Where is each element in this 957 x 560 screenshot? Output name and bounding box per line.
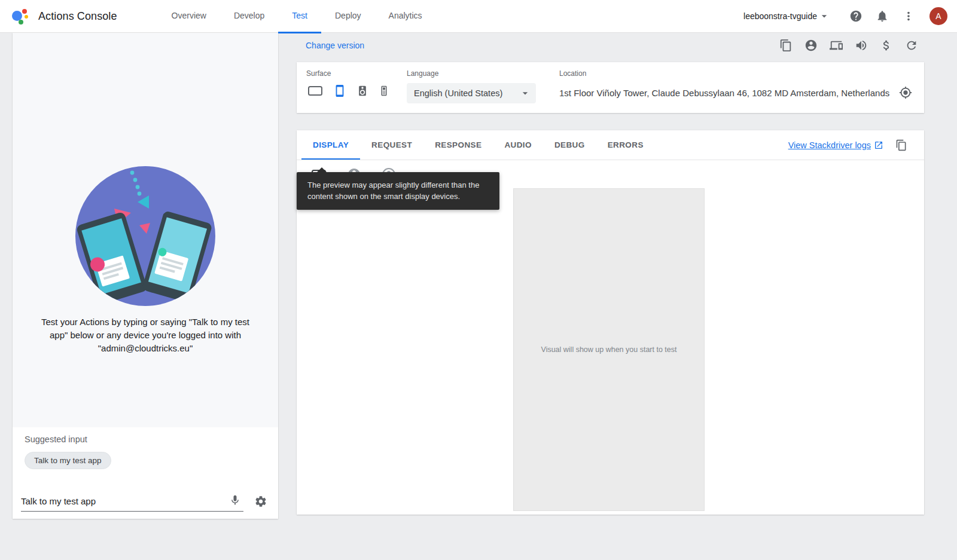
volume-button[interactable] (851, 35, 871, 56)
location-column: Location 1st Floor Viñoly Tower, Claude … (559, 69, 915, 106)
refresh-button[interactable] (901, 35, 922, 56)
nav-overview[interactable]: Overview (158, 0, 220, 33)
help-button[interactable] (846, 6, 866, 26)
tooltip-arrow (317, 167, 327, 172)
nav-test[interactable]: Test (278, 0, 321, 33)
volume-icon (855, 39, 868, 52)
simulator-input-underline (21, 492, 243, 512)
suggested-input-label: Suggested input (25, 434, 87, 444)
surface-column: Surface (306, 69, 407, 106)
speaker-icon (356, 85, 368, 97)
stackdriver-logs-link[interactable]: View Stackdriver logs (788, 140, 883, 150)
devices-icon (830, 39, 843, 52)
smartphone-icon (333, 84, 346, 97)
language-label: Language (407, 69, 559, 78)
more-menu-button[interactable] (898, 6, 919, 26)
mic-icon (229, 494, 241, 506)
surface-feature-phone-button[interactable] (377, 84, 391, 98)
preview-tooltip: The preview may appear slightly differen… (297, 172, 499, 210)
chevron-down-icon (818, 10, 830, 22)
tab-request[interactable]: REQUEST (360, 130, 423, 160)
account-icon (804, 39, 818, 52)
user-avatar[interactable]: A (929, 7, 947, 25)
set-location-button[interactable] (898, 85, 913, 100)
location-value[interactable]: 1st Floor Viñoly Tower, Claude Debussyla… (559, 83, 915, 98)
mic-button[interactable] (227, 492, 243, 509)
phones-illustration (75, 166, 216, 307)
my-location-icon (899, 86, 912, 99)
notifications-icon (876, 10, 889, 23)
location-label: Location (559, 69, 915, 78)
simulator-input[interactable] (21, 494, 227, 509)
surface-settings-card: Surface (297, 62, 924, 113)
output-tabs: DISPLAY REQUEST RESPONSE AUDIO DEBUG ERR… (297, 130, 924, 160)
change-version-link[interactable]: Change version (306, 41, 364, 50)
tab-audio[interactable]: AUDIO (493, 130, 543, 160)
tab-debug[interactable]: DEBUG (543, 130, 596, 160)
surface-speaker-button[interactable] (355, 84, 370, 98)
account-settings-button[interactable] (801, 35, 821, 56)
tab-display[interactable]: DISPLAY (301, 130, 360, 160)
nav-analytics[interactable]: Analytics (375, 0, 436, 33)
tab-row-right: View Stackdriver logs (788, 130, 924, 160)
surface-label: Surface (306, 69, 407, 78)
main-nav: Overview Develop Test Deploy Analytics (158, 0, 436, 33)
simulator-intro-area: Test your Actions by typing or saying "T… (13, 33, 278, 427)
billing-button[interactable] (876, 35, 897, 56)
devices-button[interactable] (826, 35, 846, 56)
kebab-menu-icon (902, 10, 915, 23)
output-card: DISPLAY REQUEST RESPONSE AUDIO DEBUG ERR… (297, 130, 924, 515)
visual-preview-area: Visual will show up when you start to te… (513, 188, 705, 511)
simulator-settings-button[interactable] (252, 492, 270, 510)
right-toolbar: Change version (297, 33, 924, 62)
surface-icons (306, 83, 407, 99)
tooltip-text: The preview may appear slightly differen… (307, 180, 479, 201)
keypad-phone-icon (379, 85, 389, 97)
language-value: English (United States) (414, 88, 502, 98)
assistant-logo-icon[interactable] (12, 7, 30, 25)
test-area: Change version (297, 33, 924, 515)
smart-display-icon (307, 84, 323, 97)
notifications-button[interactable] (872, 6, 892, 26)
app-header: Actions Console Overview Develop Test De… (0, 0, 957, 33)
gear-icon (254, 495, 267, 508)
copy-icon (895, 139, 907, 151)
language-column: Language English (United States) (407, 69, 559, 106)
simulator-panel: Test your Actions by typing or saying "T… (13, 33, 278, 519)
tab-errors[interactable]: ERRORS (596, 130, 655, 160)
open-in-new-icon (874, 140, 883, 150)
display-tab-content: The preview may appear slightly differen… (297, 160, 924, 514)
app-title: Actions Console (38, 10, 117, 23)
copy-icon (779, 39, 793, 52)
dollar-icon (880, 39, 893, 52)
project-name: leeboonstra-tvguide (743, 11, 817, 21)
help-icon (849, 10, 862, 23)
header-right: leeboonstra-tvguide A (741, 6, 947, 26)
stackdriver-logs-label: View Stackdriver logs (788, 140, 871, 150)
copy-conversation-button[interactable] (776, 35, 796, 56)
logo-dot-green (19, 20, 23, 25)
project-selector[interactable]: leeboonstra-tvguide (741, 7, 833, 26)
tab-response[interactable]: RESPONSE (423, 130, 493, 160)
toolbar-icons (776, 35, 922, 56)
suggestion-chip[interactable]: Talk to my test app (25, 452, 111, 469)
logo-dot-red (22, 9, 27, 14)
copy-display-button[interactable] (892, 136, 911, 155)
simulator-input-row (21, 492, 270, 512)
language-select[interactable]: English (United States) (407, 83, 536, 103)
refresh-icon (905, 39, 918, 52)
visual-placeholder-text: Visual will show up when you start to te… (541, 345, 677, 354)
surface-smart-display-button[interactable] (306, 83, 324, 99)
chevron-down-icon (519, 87, 531, 99)
nav-develop[interactable]: Develop (220, 0, 278, 33)
surface-phone-button[interactable] (332, 83, 348, 99)
nav-deploy[interactable]: Deploy (321, 0, 375, 33)
simulator-intro-text: Test your Actions by typing or saying "T… (34, 316, 257, 355)
logo-dot-yellow (25, 15, 28, 19)
